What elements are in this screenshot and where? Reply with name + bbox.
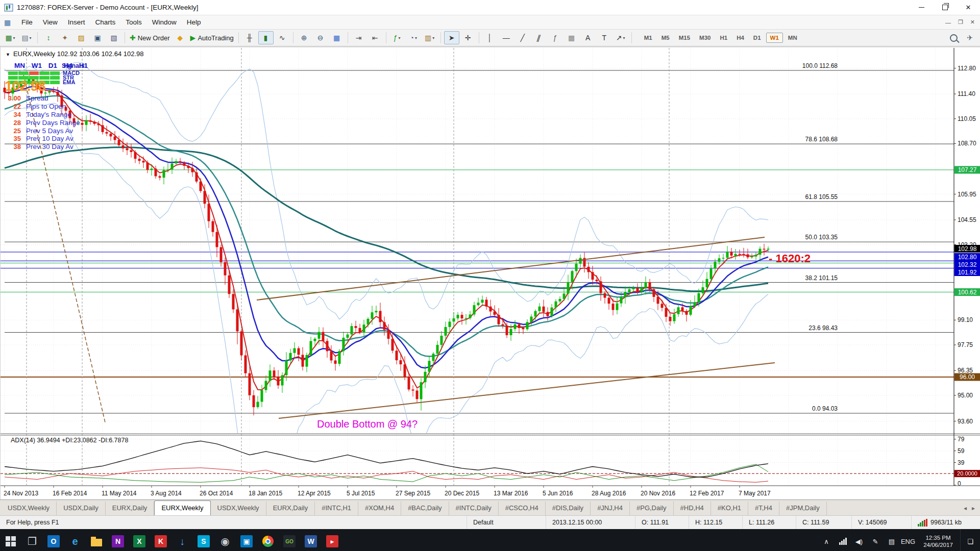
chart-tab--pg-daily[interactable]: #PG,Daily [630, 502, 674, 515]
bar-chart-button[interactable]: ╫ [242, 31, 257, 44]
excel-icon[interactable]: X [129, 529, 150, 551]
market-watch-button[interactable]: ↕ [41, 31, 56, 44]
dropdown-caret-icon[interactable]: ▾ [13, 36, 15, 40]
outlook-icon[interactable]: O [43, 529, 64, 551]
menu-tools[interactable]: Tools [120, 17, 147, 28]
timeframe-w1-button[interactable]: W1 [766, 33, 783, 43]
zoom-in-button[interactable]: ⊕ [297, 31, 312, 44]
language-indicator[interactable]: ENG [900, 529, 916, 551]
file-explorer-icon[interactable] [86, 529, 107, 551]
timeframe-m5-button[interactable]: M5 [657, 33, 674, 43]
dropdown-caret-icon[interactable]: ▾ [432, 36, 434, 40]
timeframe-m30-button[interactable]: M30 [695, 33, 715, 43]
timeframe-mn-button[interactable]: MN [784, 33, 801, 43]
channel-button[interactable]: ∥ [531, 31, 547, 44]
photos-icon[interactable]: ▣ [236, 529, 257, 551]
chart-tab--jpm-daily[interactable]: #JPM,Daily [779, 502, 827, 515]
chart-tab-usdx-weekly[interactable]: USDX,Weekly [211, 502, 266, 515]
text-label-button[interactable]: T [597, 31, 612, 44]
task-view-button[interactable]: ❐ [21, 529, 43, 551]
auto-scroll-button[interactable]: ⇥ [351, 31, 366, 44]
autotrading-button[interactable]: ▶AutoTrading [189, 31, 235, 44]
touch-keyboard-icon[interactable]: ▤ [884, 529, 900, 551]
status-profile[interactable]: Default [467, 516, 546, 529]
data-window-button[interactable]: ▣ [90, 31, 105, 44]
camera-icon[interactable]: ◉ [214, 529, 236, 551]
menu-file[interactable]: File [16, 17, 38, 28]
go-app-icon[interactable]: GO [279, 529, 300, 551]
chart-tab--dis-daily[interactable]: #DIS,Daily [546, 502, 591, 515]
chart-shift-button[interactable]: ⇤ [368, 31, 383, 44]
metaeditor-button[interactable]: ◆ [173, 31, 188, 44]
chart-tab-eurx-daily[interactable]: EURX,Daily [106, 502, 155, 515]
dropdown-caret-icon[interactable]: ▾ [623, 36, 625, 40]
navigator-button[interactable]: ✦ [57, 31, 72, 44]
pen-icon[interactable]: ✎ [867, 529, 884, 551]
volume-icon[interactable]: ◀) [851, 529, 867, 551]
chart-tab-eurx-weekly[interactable]: EURX,Weekly [154, 500, 210, 515]
s-app-icon[interactable]: S [193, 529, 214, 551]
onenote-icon[interactable]: N [107, 529, 129, 551]
download-icon[interactable]: ↓ [172, 529, 193, 551]
fibonacci-button[interactable]: ƒ [548, 31, 563, 44]
chart-tab--jnj-h4[interactable]: #JNJ,H4 [591, 502, 630, 515]
timeframe-d1-button[interactable]: D1 [749, 33, 765, 43]
taskbar-clock[interactable]: 12:35 PM24/06/2017 [916, 534, 960, 549]
close-button[interactable]: ✕ [957, 0, 980, 15]
line-chart-button[interactable]: ∿ [275, 31, 290, 44]
chart-tab--bac-daily[interactable]: #BAC,Daily [401, 502, 449, 515]
chart-tab--intc-h1[interactable]: #INTC,H1 [315, 502, 358, 515]
new-order-button[interactable]: ✚New Order [128, 31, 172, 44]
timeframe-h4-button[interactable]: H4 [732, 33, 748, 43]
arrows-button[interactable]: ↗▾ [613, 31, 628, 44]
chart-tab-usdx-weekly[interactable]: USDX,Weekly [1, 502, 57, 515]
periods-button[interactable]: ◔▾ [406, 31, 421, 44]
minimize-button[interactable] [910, 0, 933, 15]
timeframe-m15-button[interactable]: M15 [675, 33, 694, 43]
dropdown-caret-icon[interactable]: ▾ [415, 36, 417, 40]
chart-tab--t-h4[interactable]: #T,H4 [748, 502, 779, 515]
terminal-button[interactable]: ▨ [74, 31, 89, 44]
price-chart[interactable]: 100.0 112.6878.6 108.6861.8 105.5550.0 1… [1, 46, 980, 499]
candlestick-button[interactable]: ▮ [258, 31, 274, 44]
new-chart-button[interactable]: ▦▾ [3, 31, 18, 44]
menu-help[interactable]: Help [182, 17, 206, 28]
menu-insert[interactable]: Insert [63, 17, 90, 28]
menu-window[interactable]: Window [147, 17, 182, 28]
menu-charts[interactable]: Charts [90, 17, 121, 28]
menu-view[interactable]: View [38, 17, 63, 28]
chart-tab--xom-h4[interactable]: #XOM,H4 [358, 502, 401, 515]
trendlines-layer[interactable] [23, 74, 775, 422]
crosshair-button[interactable]: ✛ [460, 31, 476, 44]
dropdown-caret-icon[interactable]: ▾ [399, 36, 401, 40]
network-bars-icon[interactable] [835, 529, 851, 551]
grid-button[interactable]: ▩ [564, 31, 579, 44]
horizontal-line-button[interactable]: ― [499, 31, 514, 44]
indicators-button[interactable]: ƒ▾ [389, 31, 405, 44]
strategy-tester-button[interactable]: ▧ [106, 31, 121, 44]
chart-tab-usdx-daily[interactable]: USDX,Daily [57, 502, 106, 515]
chart-tab--intc-daily[interactable]: #INTC,Daily [449, 502, 499, 515]
zoom-out-button[interactable]: ⊖ [313, 31, 328, 44]
child-restore-button[interactable]: ❐ [958, 19, 963, 26]
timeframe-m1-button[interactable]: M1 [640, 33, 656, 43]
templates-button[interactable]: ▥▾ [422, 31, 437, 44]
notification-center-button[interactable]: ❏ [960, 529, 980, 551]
k-app-icon[interactable]: K [150, 529, 172, 551]
chart-tab-eurx-daily[interactable]: EURX,Daily [266, 502, 315, 515]
chart-tab--csco-h4[interactable]: #CSCO,H4 [499, 502, 546, 515]
restore-button[interactable] [933, 0, 957, 15]
start-button[interactable] [0, 529, 21, 551]
vertical-line-button[interactable]: │ [482, 31, 498, 44]
chart-tab--ko-h1[interactable]: #KO,H1 [711, 502, 748, 515]
text-button[interactable]: A [580, 31, 596, 44]
community-button[interactable]: ✈ [962, 31, 977, 44]
dropdown-caret-icon[interactable]: ▾ [30, 36, 32, 40]
search-button[interactable] [946, 31, 961, 44]
cursor-button[interactable]: ➤ [444, 31, 459, 44]
tab-scroll-left-button[interactable]: ◂ [964, 505, 967, 512]
tile-windows-button[interactable]: ▦ [329, 31, 345, 44]
word-icon[interactable]: W [300, 529, 322, 551]
child-close-button[interactable]: ✕ [970, 19, 975, 26]
collapse-icon[interactable]: ▼ [6, 52, 10, 57]
